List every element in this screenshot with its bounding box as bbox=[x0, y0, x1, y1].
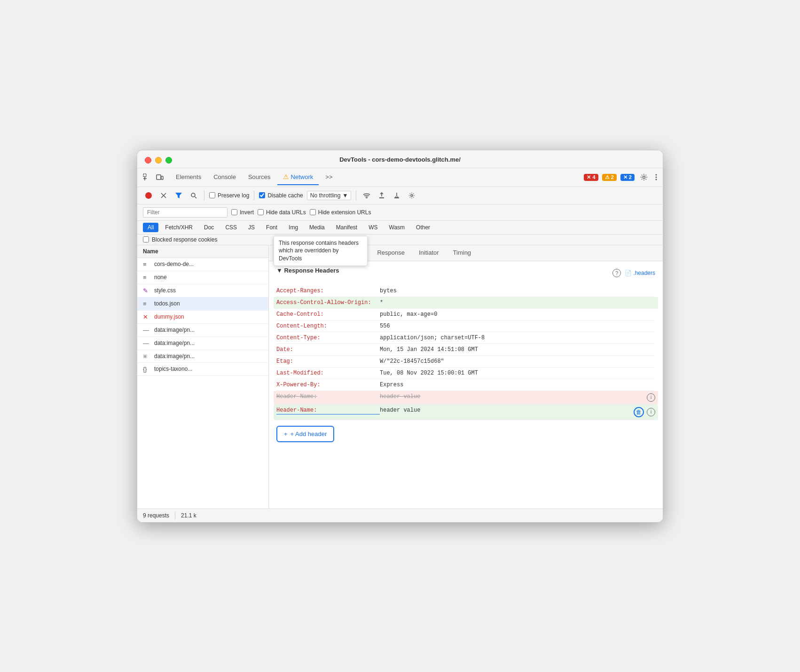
settings-button[interactable] bbox=[638, 172, 650, 183]
header-value-strikethrough: header value bbox=[380, 393, 643, 400]
help-icon[interactable]: ? bbox=[612, 269, 621, 277]
network-settings-icon[interactable] bbox=[406, 190, 417, 201]
header-row-strikethrough: Header-Name: header value i bbox=[274, 391, 658, 405]
list-item[interactable]: {} topics-taxono... bbox=[137, 363, 268, 376]
type-btn-css[interactable]: CSS bbox=[220, 223, 242, 232]
tab-initiator[interactable]: Initiator bbox=[412, 245, 446, 261]
preserve-log-checkbox[interactable] bbox=[209, 192, 215, 198]
tab-elements[interactable]: Elements bbox=[170, 170, 207, 185]
hide-data-urls-checkbox[interactable] bbox=[258, 209, 264, 215]
filter-button[interactable] bbox=[173, 190, 184, 201]
list-item[interactable]: ≡ none bbox=[137, 271, 268, 284]
tab-sources[interactable]: Sources bbox=[243, 170, 276, 185]
upload-icon[interactable] bbox=[376, 190, 387, 201]
search-button[interactable] bbox=[188, 190, 199, 201]
header-info-icon[interactable]: i bbox=[647, 393, 655, 402]
list-item[interactable]: — data:image/pn... bbox=[137, 337, 268, 350]
devtools-window: DevTools - cors-demo-devtools.glitch.me/… bbox=[137, 150, 663, 523]
list-item[interactable]: ✕ dummy.json bbox=[137, 311, 268, 324]
disable-cache-checkbox[interactable] bbox=[259, 192, 265, 198]
tab-response[interactable]: Response bbox=[370, 245, 411, 261]
svg-point-7 bbox=[656, 177, 657, 178]
request-name: data:image/pn... bbox=[154, 353, 263, 359]
header-key: Content-Type: bbox=[276, 335, 380, 341]
blocked-cookies-checkbox[interactable] bbox=[143, 236, 149, 242]
header-row: Date: Mon, 15 Jan 2024 14:51:08 GMT bbox=[276, 344, 655, 356]
close-button[interactable] bbox=[145, 157, 151, 164]
type-btn-fetchxhr[interactable]: Fetch/XHR bbox=[160, 223, 197, 232]
type-btn-js[interactable]: JS bbox=[243, 223, 259, 232]
filter-input[interactable] bbox=[143, 207, 227, 218]
warning-badge[interactable]: ⚠ 2 bbox=[602, 174, 617, 181]
clear-button[interactable] bbox=[158, 190, 169, 201]
minimize-button[interactable] bbox=[155, 157, 162, 164]
type-btn-other[interactable]: Other bbox=[411, 223, 435, 232]
info-badge[interactable]: ✕ 2 bbox=[620, 174, 635, 181]
list-item[interactable]: ✎ style.css bbox=[137, 284, 268, 297]
header-value-editable[interactable]: header value bbox=[380, 407, 630, 414]
main-area: Name ≡ cors-demo-de... ≡ none ✎ style.cs… bbox=[137, 245, 663, 508]
type-bar: All Fetch/XHR Doc CSS JS Font Img Media … bbox=[137, 221, 663, 234]
blocked-row: Blocked response cookies party requests bbox=[137, 234, 663, 245]
device-toggle-button[interactable] bbox=[154, 172, 165, 183]
tab-network[interactable]: ⚠ Network bbox=[277, 169, 319, 185]
maximize-button[interactable] bbox=[165, 157, 172, 164]
warning-badge-label: ⚠ 2 bbox=[605, 174, 614, 180]
json-icon: ≡ bbox=[143, 300, 150, 307]
hide-data-urls-checkbox-label[interactable]: Hide data URLs bbox=[258, 209, 306, 216]
title-bar: DevTools - cors-demo-devtools.glitch.me/ bbox=[137, 150, 663, 168]
type-btn-media[interactable]: Media bbox=[305, 223, 329, 232]
headers-file-icon: 📄 bbox=[625, 270, 632, 276]
type-btn-ws[interactable]: WS bbox=[364, 223, 382, 232]
inspect-element-button[interactable] bbox=[141, 172, 152, 183]
list-item[interactable]: ▣ data:image/pn... bbox=[137, 350, 268, 363]
type-btn-font[interactable]: Font bbox=[261, 223, 282, 232]
preserve-log-label: Preserve log bbox=[218, 192, 249, 199]
preserve-log-checkbox-label[interactable]: Preserve log bbox=[209, 192, 249, 199]
more-options-button[interactable] bbox=[653, 172, 659, 182]
list-header: Name bbox=[137, 245, 268, 258]
type-btn-manifest[interactable]: Manifest bbox=[331, 223, 362, 232]
svg-point-14 bbox=[366, 198, 367, 198]
list-item[interactable]: — data:image/pn... bbox=[137, 324, 268, 337]
header-key-text: Header-Name: bbox=[276, 407, 317, 414]
wifi-icon[interactable] bbox=[361, 190, 372, 201]
header-value: Express bbox=[380, 382, 655, 388]
stop-recording-button[interactable] bbox=[143, 190, 154, 201]
tab-bar-actions: ✕ 4 ⚠ 2 ✕ 2 bbox=[584, 172, 659, 183]
headers-file-link[interactable]: 📄 .headers bbox=[625, 270, 655, 276]
type-btn-wasm[interactable]: Wasm bbox=[384, 223, 410, 232]
hide-extension-urls-checkbox[interactable] bbox=[310, 209, 316, 215]
json-brackets-icon: {} bbox=[143, 366, 150, 373]
invert-checkbox-label[interactable]: Invert bbox=[231, 209, 254, 216]
traffic-lights bbox=[145, 157, 172, 164]
hide-extension-urls-checkbox-label[interactable]: Hide extension URLs bbox=[310, 209, 371, 216]
header-key-editable[interactable]: Header-Name: bbox=[276, 407, 380, 414]
tab-console[interactable]: Console bbox=[208, 170, 242, 185]
headers-content: ▼ Response Headers ? 📄 .headers Accept-R… bbox=[269, 261, 663, 508]
tab-more[interactable]: >> bbox=[320, 170, 338, 185]
list-item[interactable]: ≡ cors-demo-de... bbox=[137, 258, 268, 271]
invert-label: Invert bbox=[240, 209, 254, 216]
request-name: style.css bbox=[154, 287, 263, 294]
header-row-editable: Header-Name: header value 🗑 i bbox=[274, 405, 658, 420]
header-info-icon[interactable]: i bbox=[647, 408, 655, 416]
type-btn-all[interactable]: All bbox=[143, 223, 158, 232]
download-icon[interactable] bbox=[391, 190, 402, 201]
invert-checkbox[interactable] bbox=[231, 209, 237, 215]
detail-panel: ✕ Headers Preview Response Initiator Tim… bbox=[269, 245, 663, 508]
data-icon: — bbox=[143, 340, 150, 347]
disable-cache-checkbox-label[interactable]: Disable cache bbox=[259, 192, 303, 199]
type-btn-img[interactable]: Img bbox=[284, 223, 303, 232]
add-header-button[interactable]: + + Add header bbox=[276, 426, 334, 442]
throttle-select[interactable]: No throttling ▼ bbox=[307, 191, 352, 200]
type-btn-doc[interactable]: Doc bbox=[199, 223, 219, 232]
error-badge[interactable]: ✕ 4 bbox=[584, 174, 598, 181]
list-item-selected[interactable]: ≡ todos.json bbox=[137, 297, 268, 311]
type-filter-area: All Fetch/XHR Doc CSS JS Font Img Media … bbox=[137, 221, 663, 234]
tab-timing[interactable]: Timing bbox=[447, 245, 478, 261]
header-row: Content-Length: 556 bbox=[276, 320, 655, 332]
header-key: Etag: bbox=[276, 358, 380, 365]
svg-point-15 bbox=[411, 195, 413, 196]
delete-header-button[interactable]: 🗑 bbox=[634, 407, 644, 417]
